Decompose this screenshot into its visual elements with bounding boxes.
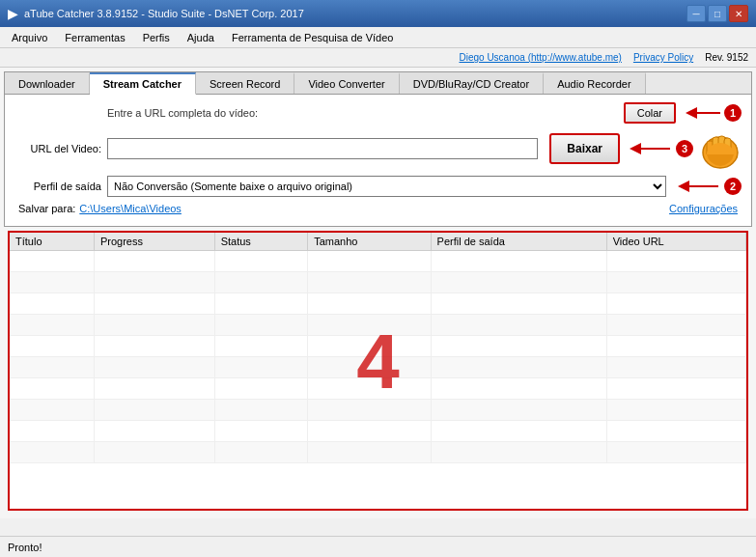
col-progress: Progress (94, 233, 214, 251)
table-row (10, 336, 746, 357)
close-button[interactable]: ✕ (729, 5, 748, 22)
col-titulo: Título (10, 233, 94, 251)
col-perfil: Perfil de saída (431, 233, 606, 251)
table-row (10, 251, 746, 272)
menu-perfis[interactable]: Perfis (135, 30, 178, 45)
annotation-2: 2 (724, 178, 742, 195)
downloads-table: Título Progress Status Tamanho Perfil de… (10, 233, 746, 463)
save-path-link[interactable]: C:\Users\Mica\Videos (79, 203, 182, 214)
window-title: aTube Catcher 3.8.9152 - Studio Suite - … (24, 8, 304, 19)
table-row (10, 293, 746, 315)
table-section: Título Progress Status Tamanho Perfil de… (4, 231, 752, 511)
glove-icon (699, 127, 742, 170)
status-text: Pronto! (8, 542, 42, 553)
profile-label: Perfil de saída (14, 181, 101, 192)
col-status: Status (214, 233, 308, 251)
table-row (10, 315, 746, 336)
profile-row: Perfil de saída Não Conversão (Somente b… (14, 176, 742, 197)
download-button[interactable]: Baixar (549, 133, 620, 164)
table-row (10, 272, 746, 293)
maximize-button[interactable]: □ (708, 5, 727, 22)
table-row (10, 378, 746, 400)
tab-audio-recorder[interactable]: Audio Recorder (544, 72, 645, 94)
author-link[interactable]: Diego Uscanoa (http://www.atube.me) (459, 52, 621, 63)
menu-bar: Arquivo Ferramentas Perfis Ajuda Ferrame… (0, 27, 756, 48)
url-instruction-label: Entre a URL completa do vídeo: (107, 107, 258, 119)
privacy-link[interactable]: Privacy Policy (633, 52, 693, 63)
config-link[interactable]: Configurações (669, 203, 738, 214)
profile-select[interactable]: Não Conversão (Somente baixe o arquivo o… (107, 176, 666, 197)
tab-downloader[interactable]: Downloader (5, 72, 90, 94)
table-body (10, 251, 746, 463)
tab-content-area: Entre a URL completa do vídeo: Colar 1 U… (5, 95, 751, 226)
col-url: Video URL (606, 233, 745, 251)
url-field-row: URL del Video: Baixar 3 (14, 127, 742, 170)
arrow-2-icon (678, 177, 720, 196)
col-tamanho: Tamanho (308, 233, 431, 251)
status-bar: Pronto! (0, 536, 756, 557)
arrow-3-icon (630, 139, 672, 158)
save-path-row: Salvar para: C:\Users\Mica\Videos Config… (14, 203, 742, 214)
app-icon: ▶ (8, 6, 18, 21)
url-field-label: URL del Video: (14, 143, 101, 154)
annotation-1: 1 (724, 104, 742, 122)
table-row (10, 400, 746, 421)
url-input[interactable] (107, 138, 538, 159)
revision-label: Rev. 9152 (705, 52, 748, 63)
table-row (10, 357, 746, 378)
tabs-row: Downloader Stream Catcher Screen Record … (5, 72, 751, 95)
download-list: Título Progress Status Tamanho Perfil de… (8, 231, 748, 511)
table-row (10, 442, 746, 463)
tabs-container: Downloader Stream Catcher Screen Record … (4, 71, 752, 227)
info-bar: Diego Uscanoa (http://www.atube.me) Priv… (0, 48, 756, 68)
minimize-button[interactable]: ─ (686, 5, 706, 22)
menu-arquivo[interactable]: Arquivo (4, 30, 55, 45)
paste-button[interactable]: Colar (624, 102, 676, 124)
annotation-3: 3 (676, 140, 693, 157)
tab-screen-record[interactable]: Screen Record (196, 72, 294, 94)
tab-stream-catcher[interactable]: Stream Catcher (90, 72, 196, 95)
main-content: Downloader Stream Catcher Screen Record … (0, 68, 756, 518)
tab-dvd-creator[interactable]: DVD/BluRay/CD Creator (400, 72, 544, 94)
menu-ajuda[interactable]: Ajuda (180, 30, 222, 45)
tab-video-converter[interactable]: Video Converter (294, 72, 399, 94)
arrow-1-icon (684, 103, 722, 123)
table-row (10, 421, 746, 442)
title-bar: ▶ aTube Catcher 3.8.9152 - Studio Suite … (0, 0, 756, 27)
menu-pesquisa[interactable]: Ferramenta de Pesquisa de Vídeo (224, 30, 402, 45)
menu-ferramentas[interactable]: Ferramentas (57, 30, 132, 45)
save-label: Salvar para: (18, 203, 75, 214)
